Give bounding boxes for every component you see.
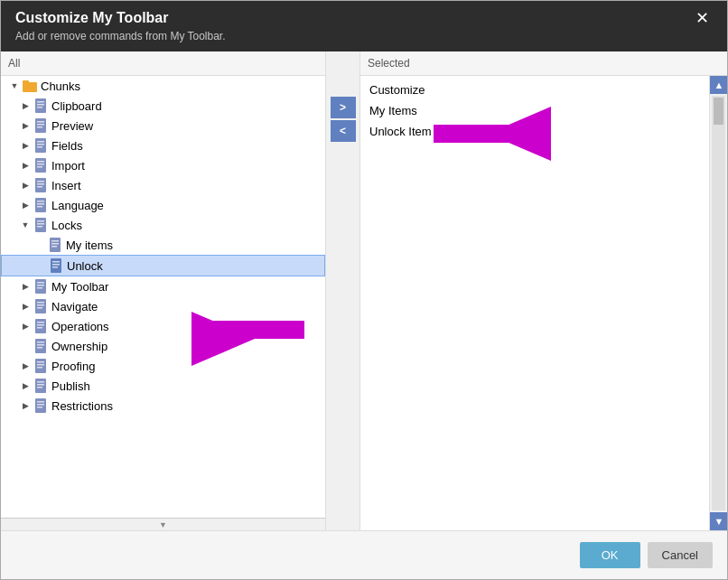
svg-rect-29	[37, 226, 42, 228]
locks-label: Locks	[51, 219, 82, 232]
svg-rect-20	[37, 183, 44, 185]
tree-item-language[interactable]: ▶ Language	[1, 195, 325, 215]
tree-item-import[interactable]: ▶ Import	[1, 155, 325, 175]
svg-rect-58	[35, 379, 46, 393]
tree-item-preview[interactable]: ▶ Preview	[1, 116, 325, 136]
svg-rect-22	[35, 198, 46, 212]
selected-item-customize[interactable]: Customize	[360, 80, 709, 100]
svg-rect-3	[37, 101, 44, 103]
language-label: Language	[51, 199, 104, 212]
tree-item-proofing[interactable]: ▶ Proofing	[1, 356, 325, 376]
svg-rect-1	[23, 80, 29, 83]
tree-item-clipboard[interactable]: ▶ Clipboard	[1, 96, 325, 116]
tree-item-ownership[interactable]: Ownership	[1, 336, 325, 356]
insert-expand-icon: ▶	[19, 179, 32, 192]
tree-item-navigate[interactable]: ▶ Navigate	[1, 296, 325, 316]
svg-rect-46	[35, 319, 46, 333]
selected-item-customize-label: Customize	[369, 83, 425, 97]
dialog-title: Customize My Toolbar	[15, 10, 226, 26]
selected-panel: Selected Customize My Items Unlock Item …	[360, 51, 727, 530]
svg-rect-0	[23, 82, 37, 92]
svg-rect-24	[37, 203, 44, 205]
svg-rect-2	[35, 98, 46, 113]
scroll-thumb	[714, 98, 723, 125]
unlock-label: Unlock	[67, 259, 103, 273]
svg-rect-31	[51, 240, 59, 242]
selected-item-my-items[interactable]: My Items	[360, 100, 709, 121]
svg-rect-34	[51, 258, 61, 273]
svg-rect-39	[37, 282, 44, 284]
operations-label: Operations	[51, 320, 109, 333]
svg-rect-25	[37, 206, 42, 208]
svg-rect-48	[37, 324, 44, 326]
scroll-track	[712, 96, 725, 510]
publish-folder-icon	[33, 379, 48, 393]
svg-rect-51	[37, 341, 44, 343]
svg-rect-61	[37, 387, 42, 388]
locks-folder-icon	[33, 218, 48, 232]
tree-item-my-items[interactable]: My items	[1, 235, 325, 255]
svg-rect-65	[37, 407, 42, 408]
cancel-button[interactable]: Cancel	[648, 542, 713, 568]
selected-item-unlock-item[interactable]: Unlock Item	[360, 121, 709, 142]
svg-rect-37	[52, 267, 58, 268]
my-toolbar-expand-icon: ▶	[19, 280, 32, 293]
selected-item-unlock-item-label: Unlock Item	[369, 125, 432, 138]
tree-item-operations[interactable]: ▶ Operations	[1, 316, 325, 336]
unlock-expand-icon	[34, 259, 47, 272]
scroll-up-button[interactable]: ▲	[710, 76, 727, 94]
tree-item-fields[interactable]: ▶ Fields	[1, 136, 325, 155]
svg-rect-55	[37, 361, 44, 363]
tree-item-my-toolbar[interactable]: ▶ My Toolbar	[1, 276, 325, 296]
my-items-expand-icon	[33, 239, 46, 251]
all-panel: All ▼ Chunks ▶	[1, 51, 326, 530]
tree-item-unlock[interactable]: Unlock	[1, 255, 325, 276]
tree-item-restrictions[interactable]: ▶ Restrictions	[1, 396, 325, 416]
title-bar-text: Customize My Toolbar Add or remove comma…	[15, 10, 226, 42]
fields-label: Fields	[51, 139, 83, 153]
svg-rect-7	[37, 121, 44, 123]
tree-item-publish[interactable]: ▶ Publish	[1, 376, 325, 396]
svg-rect-36	[52, 264, 60, 266]
restrictions-label: Restrictions	[51, 399, 113, 413]
add-button[interactable]: >	[331, 97, 356, 118]
selected-item-my-items-label: My Items	[369, 104, 417, 117]
svg-rect-44	[37, 304, 44, 306]
selected-panel-header: Selected	[360, 51, 727, 76]
svg-rect-5	[37, 107, 42, 108]
remove-button[interactable]: <	[331, 120, 356, 142]
selected-list[interactable]: Customize My Items Unlock Item	[360, 76, 709, 530]
chunks-folder-icon	[23, 79, 37, 93]
svg-rect-16	[37, 164, 44, 165]
restrictions-folder-icon	[33, 398, 48, 413]
tree-item-chunks[interactable]: ▼ Chunks	[1, 76, 325, 96]
svg-rect-52	[37, 344, 44, 346]
my-toolbar-folder-icon	[33, 279, 48, 294]
scroll-down-button[interactable]: ▼	[710, 512, 727, 530]
language-expand-icon: ▶	[19, 199, 32, 211]
title-bar: Customize My Toolbar Add or remove comma…	[1, 1, 727, 51]
ok-button[interactable]: OK	[580, 542, 640, 568]
tree-item-insert[interactable]: ▶ Insert	[1, 175, 325, 195]
svg-rect-45	[37, 307, 42, 309]
svg-rect-60	[37, 384, 44, 386]
svg-rect-41	[37, 287, 42, 289]
svg-rect-13	[37, 146, 42, 148]
tree-item-locks[interactable]: ▼ Locks	[1, 215, 325, 235]
import-label: Import	[51, 159, 85, 173]
svg-rect-17	[37, 166, 42, 168]
svg-rect-26	[35, 218, 46, 232]
tree-scroll-down-indicator: ▼	[159, 520, 167, 529]
all-panel-header: All	[1, 51, 325, 76]
import-folder-icon	[33, 158, 48, 173]
customize-toolbar-dialog: Customize My Toolbar Add or remove comma…	[0, 0, 728, 580]
language-folder-icon	[33, 198, 48, 212]
svg-rect-57	[37, 367, 42, 369]
operations-expand-icon: ▶	[19, 320, 32, 332]
fields-folder-icon	[33, 138, 48, 153]
svg-rect-64	[37, 404, 44, 406]
clipboard-expand-icon: ▶	[19, 99, 32, 112]
tree-container[interactable]: ▼ Chunks ▶	[1, 76, 325, 518]
navigate-folder-icon	[33, 299, 48, 313]
close-button[interactable]: ✕	[692, 10, 713, 26]
